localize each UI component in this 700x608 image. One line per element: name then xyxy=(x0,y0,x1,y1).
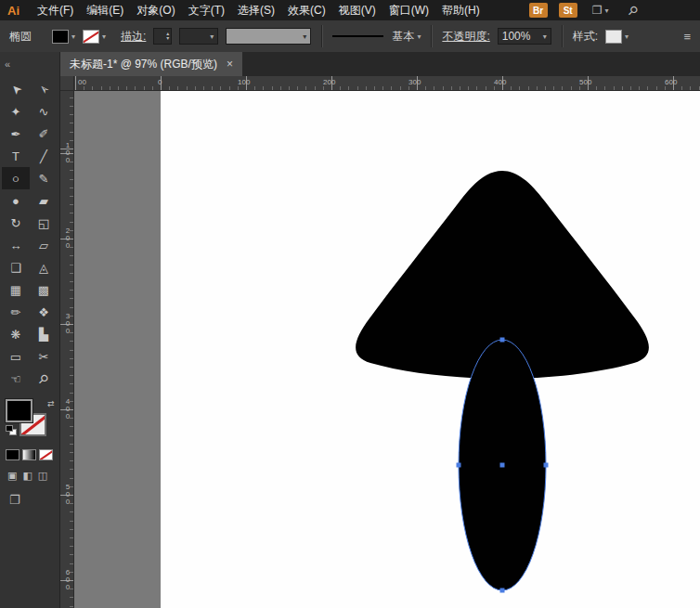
artboard-tool[interactable]: ▭ xyxy=(2,345,30,368)
direct-selection-tool[interactable]: ➣ xyxy=(30,78,58,100)
ruler-label: 300 xyxy=(408,78,421,86)
tool-grid: ➤ ➣ ✦ ∿ ✒ ✐ T ╱ ○ ✎ ● ▰ ↻ ◱ ↔ ▱ ❑ ◬ ▦ ▩ … xyxy=(0,76,59,392)
ruler-label: 400 xyxy=(64,398,71,420)
menu-object[interactable]: 对象(O) xyxy=(130,3,181,19)
mesh-tool[interactable]: ▦ xyxy=(2,278,30,301)
stroke-weight-select[interactable]: ▾ xyxy=(179,28,218,45)
ruler-label: 500 xyxy=(64,484,71,506)
horizontal-ruler[interactable]: 00 0 100 200 300 400 500 600 xyxy=(60,76,700,91)
stroke-none-swatch[interactable] xyxy=(83,30,99,44)
gradient-tool[interactable]: ▩ xyxy=(30,278,58,301)
toolbar-header: « xyxy=(0,52,60,76)
workspace-switcher-icon[interactable]: ❐ xyxy=(592,4,603,17)
selection-handle-right[interactable] xyxy=(544,463,549,468)
document-tab[interactable]: 未标题-1* @ 97% (RGB/预览) × xyxy=(60,52,242,76)
opacity-caret-icon[interactable]: ▾ xyxy=(543,32,547,41)
menu-type[interactable]: 文字(T) xyxy=(182,3,231,19)
document-tab-title: 未标题-1* @ 97% (RGB/预览) xyxy=(70,57,217,72)
default-colors-icon[interactable] xyxy=(6,425,16,435)
search-icon[interactable]: ⚲ xyxy=(626,2,642,18)
draw-inside-icon[interactable]: ◫ xyxy=(38,470,47,482)
gradient-button[interactable] xyxy=(22,449,36,460)
bridge-button[interactable]: Br xyxy=(529,3,548,18)
eyedropper-tool[interactable]: ✏ xyxy=(2,301,30,323)
swap-colors-icon[interactable]: ⇄ xyxy=(47,399,55,408)
selection-handle-left[interactable] xyxy=(457,463,461,468)
blend-tool[interactable]: ❖ xyxy=(30,301,58,323)
scale-tool[interactable]: ◱ xyxy=(30,212,58,234)
hand-tool[interactable]: ☜ xyxy=(2,368,30,390)
stock-button[interactable]: St xyxy=(559,3,577,18)
control-panel-menu-icon[interactable]: ≡ xyxy=(683,30,691,44)
tab-close-icon[interactable]: × xyxy=(227,58,233,71)
stroke-color-control[interactable]: ▾ xyxy=(83,30,106,44)
width-tool[interactable]: ↔ xyxy=(2,234,30,256)
rotate-tool[interactable]: ↻ xyxy=(2,212,30,234)
stroke-weight-stepper[interactable]: ▴ ▾ xyxy=(153,28,172,45)
opacity-select[interactable]: 100% ▾ xyxy=(498,28,551,45)
stroke-weight-caret-icon[interactable]: ▾ xyxy=(210,32,214,41)
menu-window[interactable]: 窗口(W) xyxy=(382,3,435,19)
menu-effect[interactable]: 效果(C) xyxy=(281,3,332,19)
column-graph-tool[interactable]: ▙ xyxy=(30,323,58,345)
vertical-ruler[interactable]: 100 200 300 400 500 600 xyxy=(60,91,74,608)
type-tool[interactable]: T xyxy=(2,145,30,167)
workspace-caret-icon[interactable]: ▾ xyxy=(604,6,608,15)
document-viewport[interactable] xyxy=(74,91,700,608)
active-tool-label: 椭圆 xyxy=(9,29,32,45)
draw-behind-icon[interactable]: ◧ xyxy=(22,470,32,482)
perspective-grid-tool[interactable]: ◬ xyxy=(30,256,58,278)
symbol-sprayer-tool[interactable]: ❋ xyxy=(2,323,30,345)
menu-edit[interactable]: 编辑(E) xyxy=(80,3,130,19)
stroke-panel-label[interactable]: 描边: xyxy=(121,29,146,45)
lasso-tool[interactable]: ∿ xyxy=(30,100,58,123)
ruler-label: 300 xyxy=(64,313,71,335)
brush-name[interactable]: 基本 xyxy=(392,29,414,45)
style-label: 样式: xyxy=(573,29,598,45)
none-button[interactable] xyxy=(39,449,53,460)
app-logo: Ai xyxy=(7,4,19,18)
color-button[interactable] xyxy=(6,449,19,460)
spinner-down-icon[interactable]: ▾ xyxy=(166,36,169,41)
separator xyxy=(431,25,432,47)
zoom-tool[interactable]: ⚲ xyxy=(30,368,58,390)
selection-tool[interactable]: ➤ xyxy=(2,78,30,100)
style-caret-icon[interactable]: ▾ xyxy=(625,32,629,41)
draw-normal-icon[interactable]: ▣ xyxy=(7,470,17,482)
selection-handle-top[interactable] xyxy=(500,338,505,343)
fill-swatch[interactable] xyxy=(52,30,69,44)
free-transform-tool[interactable]: ▱ xyxy=(30,234,58,256)
pencil-tool[interactable]: ✎ xyxy=(30,167,58,189)
paintbrush-tool[interactable]: ✐ xyxy=(30,123,58,145)
ruler-origin-corner[interactable] xyxy=(60,76,74,91)
fill-caret-icon[interactable]: ▾ xyxy=(71,32,75,41)
style-control[interactable]: ▾ xyxy=(605,30,629,44)
brush-caret-icon[interactable]: ▾ xyxy=(417,32,421,41)
eraser-tool[interactable]: ▰ xyxy=(30,189,58,212)
brush-definition-control[interactable]: 基本 ▾ xyxy=(332,29,421,45)
toolbar-collapse-icon[interactable]: « xyxy=(5,58,10,70)
style-swatch[interactable] xyxy=(605,30,622,44)
ellipse-tool[interactable]: ○ xyxy=(2,167,30,189)
ruler-label: 200 xyxy=(323,78,335,86)
magic-wand-tool[interactable]: ✦ xyxy=(2,100,30,123)
slice-tool[interactable]: ✂ xyxy=(30,345,58,368)
stroke-caret-icon[interactable]: ▾ xyxy=(102,32,106,41)
ruler-label: 600 xyxy=(665,78,677,86)
selection-center-point[interactable] xyxy=(500,463,505,468)
menubar: Ai 文件(F) 编辑(E) 对象(O) 文字(T) 选择(S) 效果(C) 视… xyxy=(0,0,700,20)
menu-view[interactable]: 视图(V) xyxy=(332,3,382,19)
color-swatch-cluster: ⇄ xyxy=(6,399,56,444)
menu-help[interactable]: 帮助(H) xyxy=(435,3,486,19)
screen-mode-icon[interactable]: ❐ xyxy=(9,493,20,507)
fill-color-control[interactable]: ▾ xyxy=(52,30,75,44)
fill-color-swatch[interactable] xyxy=(6,399,32,422)
line-segment-tool[interactable]: ╱ xyxy=(30,145,58,167)
menu-select[interactable]: 选择(S) xyxy=(231,3,281,19)
blob-brush-tool[interactable]: ● xyxy=(2,189,30,212)
opacity-panel-label[interactable]: 不透明度: xyxy=(442,29,489,45)
pen-tool[interactable]: ✒ xyxy=(2,123,30,145)
shape-builder-tool[interactable]: ❑ xyxy=(2,256,30,278)
selection-handle-bottom[interactable] xyxy=(500,589,505,593)
menu-file[interactable]: 文件(F) xyxy=(31,3,80,19)
